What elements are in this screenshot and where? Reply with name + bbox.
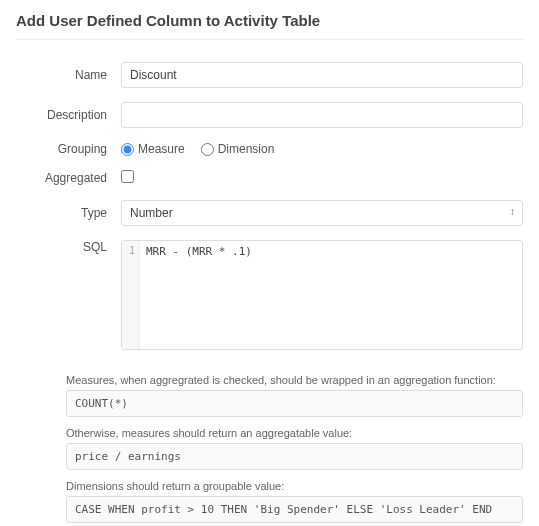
hint3-code: CASE WHEN profit > 10 THEN 'Big Spender'…	[66, 496, 523, 523]
name-label: Name	[16, 68, 121, 82]
sql-line-number: 1	[122, 245, 135, 256]
grouping-measure-option[interactable]: Measure	[121, 142, 185, 156]
grouping-dimension-radio[interactable]	[201, 143, 214, 156]
grouping-label: Grouping	[16, 142, 121, 156]
row-aggregated: Aggregated	[16, 170, 523, 186]
add-column-dialog: Add User Defined Column to Activity Tabl…	[0, 0, 539, 526]
hint1-code: COUNT(*)	[66, 390, 523, 417]
row-sql: SQL 1 MRR - (MRR * .1)	[16, 240, 523, 350]
row-description: Description	[16, 102, 523, 128]
row-grouping: Grouping Measure Dimension	[16, 142, 523, 156]
hint1-label: Measures, when aggregrated is checked, s…	[66, 374, 523, 386]
sql-code[interactable]: MRR - (MRR * .1)	[140, 241, 522, 349]
type-label: Type	[16, 206, 121, 220]
hint2-code: price / earnings	[66, 443, 523, 470]
grouping-measure-radio[interactable]	[121, 143, 134, 156]
aggregated-checkbox[interactable]	[121, 170, 134, 183]
hints-section: Measures, when aggregrated is checked, s…	[16, 374, 523, 523]
type-select[interactable]: Number	[121, 200, 523, 226]
hint2-label: Otherwise, measures should return an agg…	[66, 427, 523, 439]
description-input[interactable]	[121, 102, 523, 128]
name-input[interactable]	[121, 62, 523, 88]
type-select-value: Number	[130, 206, 173, 220]
hint3-label: Dimensions should return a groupable val…	[66, 480, 523, 492]
sql-editor[interactable]: 1 MRR - (MRR * .1)	[121, 240, 523, 350]
description-label: Description	[16, 108, 121, 122]
sql-label: SQL	[16, 240, 121, 254]
grouping-measure-label: Measure	[138, 142, 185, 156]
sql-gutter: 1	[122, 241, 140, 349]
row-type: Type Number ↕	[16, 200, 523, 226]
aggregated-label: Aggregated	[16, 171, 121, 185]
dialog-title: Add User Defined Column to Activity Tabl…	[16, 12, 523, 40]
grouping-dimension-label: Dimension	[218, 142, 275, 156]
grouping-dimension-option[interactable]: Dimension	[201, 142, 275, 156]
row-name: Name	[16, 62, 523, 88]
